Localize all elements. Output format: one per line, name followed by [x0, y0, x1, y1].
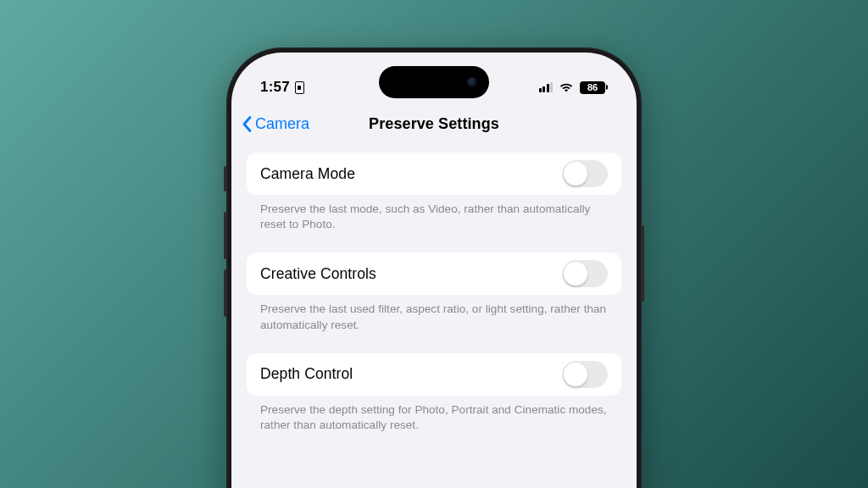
toggle-creative-controls[interactable]	[562, 260, 608, 287]
wifi-icon	[559, 81, 574, 93]
row-label: Camera Mode	[260, 165, 355, 183]
battery-percent: 86	[587, 82, 598, 92]
row-label: Creative Controls	[260, 265, 376, 283]
row-footer: Preserve the last used filter, aspect ra…	[247, 295, 621, 346]
sim-card-icon	[295, 81, 304, 94]
screen: 1:57 86	[231, 53, 637, 488]
cellular-icon	[539, 82, 554, 92]
phone-frame: 1:57 86	[226, 47, 642, 488]
battery-icon: 86	[580, 81, 608, 94]
nav-bar: Camera Preserve Settings	[231, 103, 637, 144]
row-depth-control: Depth Control	[247, 353, 621, 396]
status-left: 1:57	[260, 79, 304, 96]
chevron-left-icon	[242, 115, 252, 132]
setting-group-creative-controls: Creative Controls Preserve the last used…	[247, 252, 621, 346]
toggle-depth-control[interactable]	[562, 361, 608, 388]
silent-switch	[224, 166, 227, 191]
row-footer: Preserve the last mode, such as Video, r…	[247, 195, 621, 246]
toggle-camera-mode[interactable]	[562, 160, 608, 187]
settings-list: Camera Mode Preserve the last mode, such…	[231, 144, 637, 446]
row-footer: Preserve the depth setting for Photo, Po…	[247, 396, 621, 446]
content: Camera Preserve Settings Camera Mode Pre…	[231, 53, 637, 488]
toggle-knob	[564, 262, 587, 286]
row-creative-controls: Creative Controls	[247, 252, 621, 295]
toggle-knob	[564, 162, 587, 186]
setting-group-camera-mode: Camera Mode Preserve the last mode, such…	[247, 152, 621, 246]
row-camera-mode: Camera Mode	[247, 152, 621, 195]
setting-group-depth-control: Depth Control Preserve the depth setting…	[247, 353, 621, 446]
power-button	[641, 225, 644, 302]
dynamic-island	[379, 66, 489, 98]
volume-up-button	[224, 212, 227, 259]
status-time: 1:57	[260, 79, 290, 96]
toggle-knob	[564, 363, 587, 386]
row-label: Depth Control	[260, 365, 353, 383]
volume-down-button	[224, 269, 227, 317]
page-title: Preserve Settings	[369, 115, 499, 133]
back-label: Camera	[255, 115, 309, 133]
back-button[interactable]: Camera	[242, 115, 309, 133]
status-right: 86	[539, 81, 609, 94]
